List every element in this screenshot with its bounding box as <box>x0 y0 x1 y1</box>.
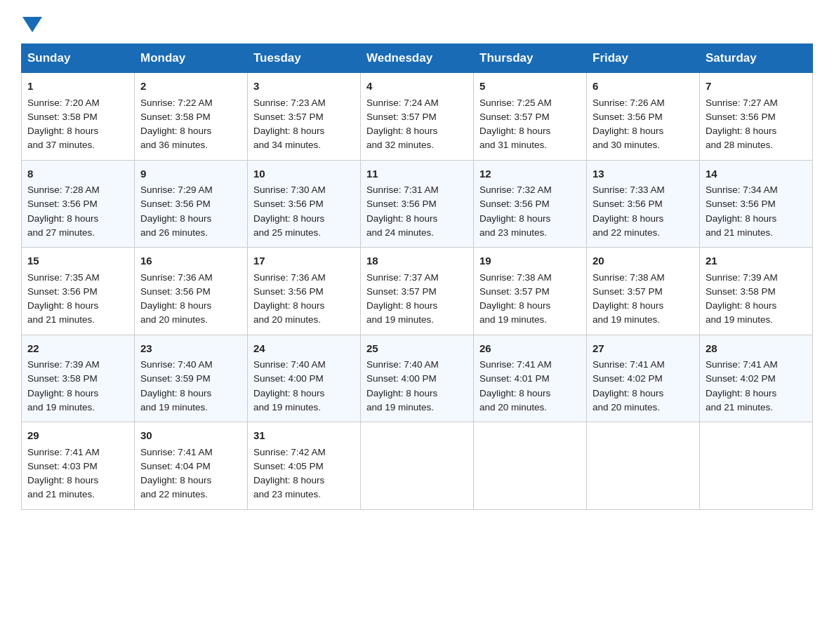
calendar-cell: 15Sunrise: 7:35 AMSunset: 3:56 PMDayligh… <box>22 248 135 335</box>
calendar-cell: 16Sunrise: 7:36 AMSunset: 3:56 PMDayligh… <box>135 248 248 335</box>
sunset-info: Sunset: 3:57 PM <box>366 286 437 297</box>
daylight-info-line2: and 20 minutes. <box>593 402 660 412</box>
sunrise-info: Sunrise: 7:41 AM <box>706 359 778 370</box>
sunrise-info: Sunrise: 7:36 AM <box>253 272 326 283</box>
daylight-info-line1: Daylight: 8 hours <box>706 388 776 398</box>
sunset-info: Sunset: 3:56 PM <box>253 286 324 297</box>
sunrise-info: Sunrise: 7:41 AM <box>479 359 552 370</box>
calendar-cell <box>700 422 813 510</box>
sunset-info: Sunset: 3:58 PM <box>27 112 98 122</box>
calendar-cell: 29Sunrise: 7:41 AMSunset: 4:03 PMDayligh… <box>22 422 135 510</box>
daylight-info-line2: and 30 minutes. <box>593 140 660 150</box>
sunset-info: Sunset: 4:02 PM <box>593 373 663 384</box>
daylight-info-line1: Daylight: 8 hours <box>366 300 437 311</box>
sunset-info: Sunset: 3:56 PM <box>706 199 776 209</box>
sunset-info: Sunset: 3:56 PM <box>27 199 98 209</box>
sunset-info: Sunset: 3:56 PM <box>593 112 663 122</box>
daylight-info-line2: and 31 minutes. <box>479 140 547 150</box>
calendar-cell: 6Sunrise: 7:26 AMSunset: 3:56 PMDaylight… <box>587 73 700 161</box>
daylight-info-line1: Daylight: 8 hours <box>253 126 324 136</box>
day-number: 15 <box>27 253 128 269</box>
daylight-info-line1: Daylight: 8 hours <box>366 126 437 136</box>
daylight-info-line1: Daylight: 8 hours <box>479 213 550 224</box>
calendar-table: SundayMondayTuesdayWednesdayThursdayFrid… <box>21 43 813 510</box>
day-number: 24 <box>253 341 355 357</box>
daylight-info-line1: Daylight: 8 hours <box>140 388 211 398</box>
day-number: 28 <box>706 341 807 357</box>
calendar-cell <box>587 422 700 510</box>
calendar-cell: 20Sunrise: 7:38 AMSunset: 3:57 PMDayligh… <box>587 248 700 335</box>
logo-arrow-icon <box>22 17 42 32</box>
sunset-info: Sunset: 3:57 PM <box>366 112 437 122</box>
daylight-info-line1: Daylight: 8 hours <box>253 213 324 224</box>
calendar-cell: 1Sunrise: 7:20 AMSunset: 3:58 PMDaylight… <box>22 73 135 161</box>
day-number: 10 <box>253 166 355 182</box>
sunrise-info: Sunrise: 7:41 AM <box>593 359 665 370</box>
sunset-info: Sunset: 3:57 PM <box>479 112 550 122</box>
svg-marker-0 <box>22 17 42 32</box>
daylight-info-line1: Daylight: 8 hours <box>479 300 550 311</box>
day-number: 1 <box>27 79 128 95</box>
calendar-cell: 13Sunrise: 7:33 AMSunset: 3:56 PMDayligh… <box>587 160 700 248</box>
sunrise-info: Sunrise: 7:39 AM <box>27 359 100 370</box>
daylight-info-line1: Daylight: 8 hours <box>253 388 324 398</box>
sunset-info: Sunset: 3:58 PM <box>706 286 776 297</box>
calendar-week-row: 1Sunrise: 7:20 AMSunset: 3:58 PMDaylight… <box>22 73 813 161</box>
daylight-info-line2: and 20 minutes. <box>253 314 321 325</box>
daylight-info-line2: and 24 minutes. <box>366 227 434 238</box>
sunset-info: Sunset: 3:56 PM <box>140 286 211 297</box>
calendar-cell: 27Sunrise: 7:41 AMSunset: 4:02 PMDayligh… <box>587 335 700 422</box>
sunrise-info: Sunrise: 7:23 AM <box>253 98 326 108</box>
daylight-info-line2: and 21 minutes. <box>27 489 95 499</box>
day-number: 3 <box>253 79 355 95</box>
daylight-info-line2: and 34 minutes. <box>253 140 321 150</box>
sunrise-info: Sunrise: 7:40 AM <box>366 359 439 370</box>
sunset-info: Sunset: 3:56 PM <box>366 199 437 209</box>
sunrise-info: Sunrise: 7:42 AM <box>253 447 326 457</box>
day-number: 8 <box>27 166 128 182</box>
calendar-cell: 19Sunrise: 7:38 AMSunset: 3:57 PMDayligh… <box>474 248 587 335</box>
daylight-info-line1: Daylight: 8 hours <box>593 388 663 398</box>
daylight-info-line2: and 28 minutes. <box>706 140 773 150</box>
calendar-cell: 9Sunrise: 7:29 AMSunset: 3:56 PMDaylight… <box>135 160 248 248</box>
column-header-saturday: Saturday <box>700 44 813 73</box>
page-header <box>21 14 813 31</box>
logo <box>21 14 42 31</box>
daylight-info-line1: Daylight: 8 hours <box>593 213 663 224</box>
calendar-cell: 7Sunrise: 7:27 AMSunset: 3:56 PMDaylight… <box>700 73 813 161</box>
daylight-info-line2: and 21 minutes. <box>27 314 95 325</box>
calendar-cell: 11Sunrise: 7:31 AMSunset: 3:56 PMDayligh… <box>361 160 474 248</box>
day-number: 13 <box>593 166 694 182</box>
calendar-cell: 17Sunrise: 7:36 AMSunset: 3:56 PMDayligh… <box>248 248 361 335</box>
calendar-cell: 22Sunrise: 7:39 AMSunset: 3:58 PMDayligh… <box>22 335 135 422</box>
sunrise-info: Sunrise: 7:32 AM <box>479 185 552 195</box>
daylight-info-line1: Daylight: 8 hours <box>27 475 98 485</box>
sunset-info: Sunset: 4:03 PM <box>27 461 98 471</box>
daylight-info-line2: and 20 minutes. <box>479 402 547 412</box>
calendar-cell: 30Sunrise: 7:41 AMSunset: 4:04 PMDayligh… <box>135 422 248 510</box>
daylight-info-line1: Daylight: 8 hours <box>140 300 211 311</box>
calendar-cell <box>361 422 474 510</box>
daylight-info-line1: Daylight: 8 hours <box>140 126 211 136</box>
sunset-info: Sunset: 3:56 PM <box>27 286 98 297</box>
sunrise-info: Sunrise: 7:35 AM <box>27 272 100 283</box>
day-number: 5 <box>479 79 581 95</box>
day-number: 18 <box>366 253 468 269</box>
calendar-header-row: SundayMondayTuesdayWednesdayThursdayFrid… <box>22 44 813 73</box>
sunset-info: Sunset: 3:57 PM <box>253 112 324 122</box>
daylight-info-line2: and 25 minutes. <box>253 227 321 238</box>
calendar-cell: 2Sunrise: 7:22 AMSunset: 3:58 PMDaylight… <box>135 73 248 161</box>
calendar-cell: 23Sunrise: 7:40 AMSunset: 3:59 PMDayligh… <box>135 335 248 422</box>
sunrise-info: Sunrise: 7:20 AM <box>27 98 100 108</box>
sunset-info: Sunset: 3:56 PM <box>706 112 776 122</box>
calendar-cell: 5Sunrise: 7:25 AMSunset: 3:57 PMDaylight… <box>474 73 587 161</box>
sunrise-info: Sunrise: 7:28 AM <box>27 185 100 195</box>
day-number: 17 <box>253 253 355 269</box>
day-number: 26 <box>479 341 581 357</box>
sunrise-info: Sunrise: 7:33 AM <box>593 185 665 195</box>
day-number: 6 <box>593 79 694 95</box>
calendar-cell: 28Sunrise: 7:41 AMSunset: 4:02 PMDayligh… <box>700 335 813 422</box>
day-number: 9 <box>140 166 241 182</box>
daylight-info-line1: Daylight: 8 hours <box>140 475 211 485</box>
sunset-info: Sunset: 4:05 PM <box>253 461 324 471</box>
